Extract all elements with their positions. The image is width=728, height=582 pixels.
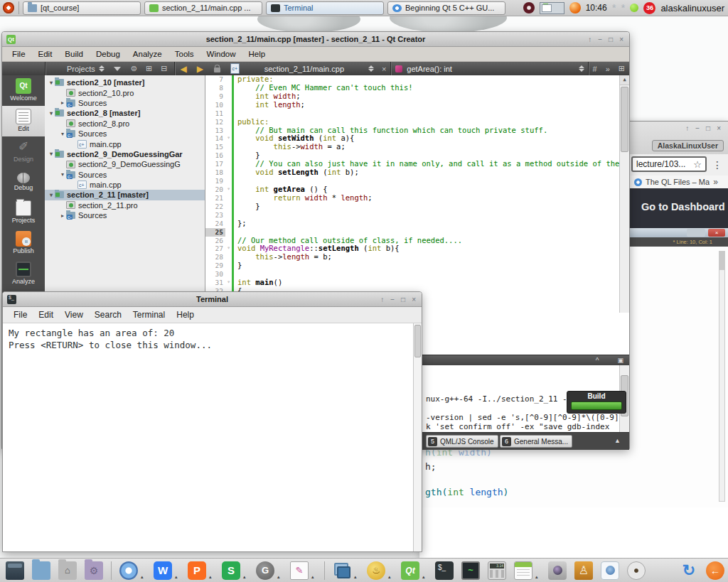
clock[interactable]: 10:46 (586, 3, 607, 13)
taskbar-window-chromium[interactable]: Beginning Qt 5 C++ GU... (387, 1, 505, 15)
fold-marker-icon[interactable]: ▿ (225, 279, 232, 287)
terminal-menu-help[interactable]: Help (171, 308, 199, 321)
taskbar-window-terminal[interactable]: Terminal (266, 1, 384, 15)
menu-help[interactable]: Help (243, 48, 272, 60)
launcher-menu-arrow-icon[interactable]: ▴ (175, 574, 180, 582)
pane-button-5[interactable]: 5QML/JS Console (426, 435, 498, 448)
undock-output-icon[interactable]: ▣ (617, 357, 623, 364)
window-minimize-icon[interactable]: − (598, 36, 602, 43)
url-bar[interactable]: lecture/103... ☆ (631, 156, 707, 172)
pane-button-6[interactable]: 6General Messa... (500, 435, 572, 448)
workspace-pager[interactable] (540, 2, 564, 14)
launcher-wps-presentation[interactable]: P (188, 561, 206, 580)
scroll-up-icon[interactable]: ▲ (620, 75, 629, 85)
terminal-content[interactable]: My rectangle has an area of: 20Press <RE… (3, 323, 422, 551)
tree-expander-icon[interactable]: ▾ (59, 131, 66, 137)
line-number-icon[interactable]: # (593, 65, 597, 73)
fold-marker-icon[interactable]: ▿ (225, 134, 232, 143)
navigation-combo-arrows-icon[interactable] (99, 65, 105, 72)
launcher-menu-arrow-icon[interactable]: ▴ (277, 574, 282, 582)
window-close-icon[interactable]: × (412, 296, 416, 303)
tree-item[interactable]: ▸Sources (45, 210, 205, 220)
bookmark-star-icon[interactable]: ☆ (693, 159, 702, 170)
window-minimize-icon[interactable]: − (695, 124, 700, 132)
mode-publish[interactable]: Publish (2, 228, 45, 259)
launcher-volume[interactable] (653, 561, 672, 580)
split-new-icon[interactable]: ⊞ (146, 64, 152, 73)
browser-menu-icon[interactable]: ⋮ (712, 159, 722, 171)
code-line[interactable]: 23 (205, 211, 629, 220)
tray-recorder-icon[interactable] (523, 2, 535, 14)
sync-icon[interactable]: ⊜ (131, 64, 137, 73)
browser-profile-badge[interactable]: AlaskaLinuxUser (652, 140, 724, 151)
tree-item[interactable]: main.cpp (45, 139, 205, 149)
code-line[interactable]: 24}; (205, 220, 629, 228)
window-up-icon[interactable]: ↑ (380, 296, 384, 303)
launcher-calculator[interactable] (488, 561, 506, 580)
tree-expander-icon[interactable]: ▸ (59, 212, 66, 219)
navigation-combo[interactable]: Projects (67, 65, 95, 73)
launcher-text-editor[interactable]: ✎ (290, 561, 309, 580)
window-maximize-icon[interactable]: □ (706, 124, 710, 132)
mode-design[interactable]: ✐Design (2, 136, 45, 167)
launcher-menu-arrow-icon[interactable]: ▴ (141, 574, 146, 582)
window-close-icon[interactable]: × (619, 36, 623, 43)
symbol-combo[interactable]: getArea(): int (407, 65, 513, 73)
menu-edit[interactable]: Edit (33, 48, 58, 60)
window-maximize-icon[interactable]: □ (401, 296, 405, 303)
filter-icon[interactable] (114, 67, 121, 71)
tree-expander-icon[interactable]: ▾ (48, 110, 55, 117)
tree-item[interactable]: ▾Sources (45, 129, 205, 139)
menu-debug[interactable]: Debug (90, 48, 126, 60)
mode-analyze[interactable]: Analyze (2, 259, 45, 289)
tree-item[interactable]: section_2_11.pro (45, 200, 205, 210)
mode-debug[interactable]: Debug (2, 167, 45, 198)
menu-analyze[interactable]: Analyze (127, 48, 168, 60)
mode-projects[interactable]: Projects (2, 198, 45, 228)
launcher-wps-writer[interactable]: W (154, 561, 172, 580)
launcher-chess[interactable]: ♙ (574, 561, 593, 580)
window-close-icon[interactable]: × (717, 124, 721, 132)
code-line[interactable]: 11 (205, 109, 629, 118)
launcher-wps-spreadsheet[interactable]: S (222, 561, 240, 580)
file-combo-arrows-icon[interactable] (368, 65, 374, 72)
notification-badge[interactable]: 36 (643, 2, 655, 14)
symbol-combo-arrows-icon[interactable] (579, 65, 584, 72)
tree-item[interactable]: ▾section2_9_DemoGuessingGar (45, 149, 205, 159)
tree-expander-icon[interactable]: ▾ (48, 151, 55, 157)
launcher-menu-arrow-icon[interactable]: ▴ (422, 574, 427, 582)
tree-item[interactable]: ▾section_2_11 [master] (45, 190, 205, 200)
bookmark-item[interactable]: The QL Files – Ma (646, 178, 710, 186)
open-file-combo[interactable]: section_2_11/main.cpp (244, 65, 365, 73)
window-minimize-icon[interactable]: − (390, 296, 395, 303)
code-line[interactable]: 22 } (205, 203, 629, 211)
go-forward-icon[interactable]: ▶ (197, 64, 203, 74)
collapse-output-icon[interactable]: ^ (596, 357, 599, 365)
launcher-robot[interactable] (601, 561, 619, 580)
maximize-output-icon[interactable]: ▲ (614, 437, 621, 444)
launcher-system-monitor[interactable]: ~ (461, 561, 480, 580)
launcher-terminal[interactable]: $_ (435, 561, 454, 580)
launcher-file-manager[interactable] (32, 561, 50, 580)
window-up-icon[interactable]: ↑ (685, 124, 689, 132)
tree-item[interactable]: section2_9_DemoGuessingG (45, 159, 205, 169)
taskbar-window-qt[interactable]: section_2_11/main.cpp ... (144, 1, 262, 15)
terminal-menu-view[interactable]: View (60, 308, 88, 321)
tray-firefox-icon[interactable] (569, 2, 581, 14)
menu-window[interactable]: Window (201, 48, 242, 60)
launcher-settings-folder[interactable]: ⚙ (85, 561, 103, 580)
go-back-icon[interactable]: ◀ (180, 64, 186, 74)
tree-item[interactable]: ▾section2_8 [master] (45, 108, 205, 118)
qtcreator-window-controls[interactable]: ↑−□× (588, 36, 629, 43)
split-editor-icon[interactable]: ⊞ (619, 64, 625, 73)
tree-item[interactable]: main.cpp (45, 180, 205, 190)
code-line[interactable]: 31▿int main() (205, 279, 629, 287)
launcher-camera[interactable] (548, 561, 567, 580)
code-editor[interactable]: 7private:8 // Even MC Hammer can't touch… (205, 75, 629, 313)
tree-expander-icon[interactable]: ▾ (59, 171, 66, 178)
code-line[interactable]: 21 return width * length; (205, 194, 629, 203)
launcher-gimp[interactable]: G (256, 561, 274, 580)
tree-item[interactable]: section2_8.pro (45, 119, 205, 129)
launcher-show-desktop[interactable] (6, 561, 24, 580)
launcher-refresh[interactable]: ↻ (680, 561, 698, 580)
